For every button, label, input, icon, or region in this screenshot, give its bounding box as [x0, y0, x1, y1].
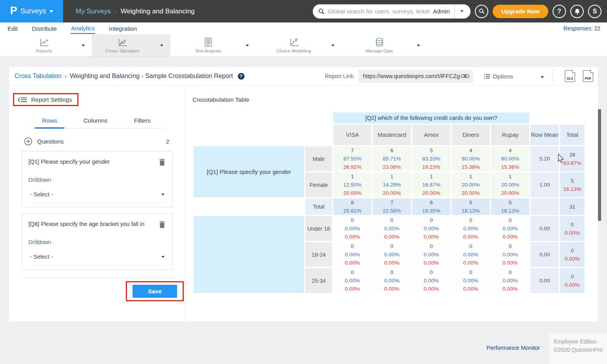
breadcrumb-separator: ›: [65, 73, 67, 80]
divider: [22, 278, 174, 278]
data-cell: 00.00%0.00%: [373, 268, 411, 293]
data-cell: 00.00%0.00%: [333, 242, 372, 267]
options-button[interactable]: Options: [484, 73, 513, 80]
report-link-label: Report Link:: [325, 73, 355, 79]
manage-data-dropdown[interactable]: [410, 34, 427, 56]
cross-tabulation-link[interactable]: Cross Tabulation: [15, 73, 62, 80]
tab-columns[interactable]: Columns: [77, 115, 115, 128]
row-total-cell: 2683.87%: [560, 146, 585, 171]
reports-dropdown[interactable]: [75, 34, 92, 56]
data-cell: 00.00%0.00%: [333, 268, 372, 293]
data-cell: 583.33%19.23%: [412, 146, 450, 171]
surveys-product-menu[interactable]: P Surveys: [0, 0, 63, 22]
chevron-down-icon: [161, 256, 164, 258]
row-label-cell: Under 18: [305, 216, 332, 241]
row-total-cell: 00.00%: [560, 242, 585, 267]
tab-distribute[interactable]: Distribute: [32, 24, 57, 34]
search-scope-admin[interactable]: Admin: [433, 8, 455, 15]
global-search: Admin: [313, 4, 471, 19]
trash-icon[interactable]: [159, 221, 165, 228]
notifications-button[interactable]: [570, 5, 584, 18]
question-card-q1: [Q1] Please specify your gender Drilldow…: [22, 151, 173, 207]
row-question-cell: [194, 216, 304, 293]
text-analysis-dropdown[interactable]: [239, 34, 256, 56]
question-card-q8: [Q8] Please specify the age bracket you …: [22, 213, 173, 270]
blank-cell: [194, 198, 304, 215]
column-header-amex: Amex: [412, 125, 450, 145]
data-cell: 00.00%0.00%: [373, 216, 411, 241]
breadcrumb-separator: ›: [115, 8, 117, 15]
row-total-cell: 516.13%: [560, 172, 585, 197]
total-cell: 722.58%: [373, 198, 411, 215]
content-card: Cross Tabulation › Weighting and Balanci…: [9, 67, 598, 321]
row-mean-cell: [530, 198, 559, 215]
row-mean-cell: 5.20: [530, 146, 559, 171]
tab-analytics[interactable]: Analytics: [71, 23, 95, 34]
tab-filters[interactable]: Filters: [127, 115, 157, 128]
survey-nav: Edit Distribute Analytics Integration Re…: [0, 22, 607, 34]
tab-edit[interactable]: Edit: [7, 24, 18, 34]
toolbar-group-manage-data: Manage Data: [349, 34, 427, 56]
toolbar-item-choice-modelling[interactable]: Choice Modelling: [263, 34, 324, 56]
report-link-url[interactable]: [363, 73, 461, 79]
responses-count: Responses: 22: [564, 25, 600, 32]
chevron-down-icon: [49, 10, 53, 13]
page-footer: Performance Monitor Employee Edition ©20…: [0, 321, 607, 364]
cross-tabulation-dropdown[interactable]: [153, 34, 170, 56]
toolbar-item-cross-tabulation[interactable]: Cross-Tabulation: [92, 34, 153, 56]
search-submit-button[interactable]: [475, 5, 488, 18]
link-icon[interactable]: [461, 74, 469, 78]
report-header-actions: Report Link: Options XLS PDF: [325, 67, 593, 86]
edition-label: Employee Edition: [554, 338, 607, 346]
cross-tab-chart-icon: [118, 38, 128, 47]
toolbar-group-text-analysis: Text Analysis: [177, 34, 256, 56]
questionpro-logo: P: [10, 6, 17, 16]
row-mean-cell: 0.00: [530, 268, 559, 293]
crosstab-title: Crosstabulation Table: [192, 96, 598, 103]
data-cell: 480.00%15.38%: [452, 146, 490, 171]
row-label-cell: Female: [305, 172, 332, 197]
search-icon: [318, 8, 325, 15]
export-pdf-button[interactable]: PDF: [583, 70, 593, 82]
drilldown-label: Drilldown: [28, 177, 165, 183]
list-icon: [484, 74, 490, 79]
options-label: Options: [493, 73, 513, 80]
help-icon[interactable]: ?: [238, 73, 245, 80]
trash-icon[interactable]: [159, 159, 165, 166]
breadcrumb-my-surveys[interactable]: My Surveys: [76, 7, 111, 15]
total-cell: 516.13%: [491, 198, 529, 215]
toolbar-item-text-analysis[interactable]: Text Analysis: [177, 34, 239, 56]
search-scope-dropdown[interactable]: [454, 5, 468, 18]
drilldown-label: Drilldown: [28, 239, 165, 245]
toolbar-item-manage-data[interactable]: Manage Data: [349, 34, 410, 56]
data-cell: 114.29%20.00%: [373, 172, 411, 197]
report-settings-toggle[interactable]: Report Settings: [18, 96, 72, 103]
tab-rows[interactable]: Rows: [35, 115, 64, 129]
export-xls-button[interactable]: XLS: [565, 70, 575, 82]
help-button[interactable]: ?: [553, 5, 566, 18]
tab-integration[interactable]: Integration: [108, 24, 137, 34]
question-title: [Q8] Please specify the age bracket you …: [28, 221, 144, 227]
report-title: Weighting and Balancing - Sample Crossta…: [70, 73, 233, 80]
drilldown-select[interactable]: - Select -: [28, 191, 165, 203]
data-cell: 116.67%20.00%: [412, 172, 450, 197]
avatar-initial: S: [593, 8, 597, 15]
drilldown-select[interactable]: - Select -: [28, 254, 165, 266]
options-dropdown[interactable]: [541, 73, 544, 80]
collapse-panel-icon: [18, 97, 27, 103]
account-avatar[interactable]: S: [588, 5, 601, 18]
toolbar-item-reports[interactable]: Reports: [13, 34, 75, 56]
report-settings-label: Report Settings: [31, 96, 72, 103]
save-annotation: Save: [126, 281, 184, 301]
questions-row: Questions 2: [24, 137, 169, 146]
data-cell: 00.00%0.00%: [491, 216, 529, 241]
choice-modelling-dropdown[interactable]: [324, 34, 342, 56]
performance-monitor-link[interactable]: Performance Monitor: [487, 345, 540, 351]
data-cell: 120.00%20.00%: [491, 172, 529, 197]
upgrade-now-button[interactable]: Upgrade Now: [493, 5, 548, 18]
save-button[interactable]: Save: [133, 285, 177, 298]
row-label-cell: Male: [305, 146, 332, 171]
data-cell: 00.00%0.00%: [452, 216, 490, 241]
add-question-button[interactable]: [24, 137, 32, 146]
search-input[interactable]: [325, 8, 433, 15]
